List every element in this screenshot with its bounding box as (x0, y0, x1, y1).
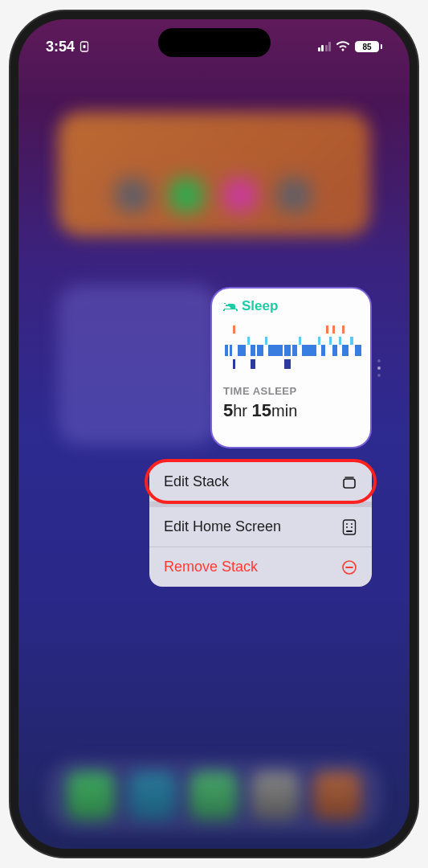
svg-rect-26 (342, 345, 349, 356)
menu-label: Edit Stack (164, 473, 229, 490)
bed-icon (223, 301, 238, 312)
background-widget-blur (58, 285, 218, 445)
svg-rect-19 (321, 345, 325, 356)
edit-home-screen-menu-item[interactable]: Edit Home Screen (149, 507, 372, 547)
svg-rect-7 (247, 337, 250, 345)
svg-rect-23 (332, 326, 335, 334)
svg-rect-16 (299, 337, 301, 345)
svg-rect-15 (292, 345, 297, 356)
edit-stack-menu-item[interactable]: Edit Stack (149, 462, 372, 507)
svg-rect-10 (257, 345, 263, 356)
svg-point-34 (351, 526, 353, 528)
background-widget-blur (58, 112, 370, 236)
menu-label: Edit Home Screen (164, 518, 281, 535)
svg-rect-21 (329, 337, 332, 345)
svg-rect-5 (233, 326, 235, 334)
svg-rect-17 (302, 345, 316, 356)
stack-page-indicator (377, 359, 381, 377)
apps-grid-icon (341, 519, 357, 535)
svg-rect-1 (84, 45, 86, 48)
time-asleep-label: TIME ASLEEP (223, 385, 359, 397)
stack-icon (341, 474, 357, 490)
wifi-icon (336, 41, 350, 52)
dynamic-island (158, 28, 271, 57)
svg-rect-4 (233, 359, 235, 369)
svg-point-33 (346, 526, 348, 528)
menu-label: Remove Stack (164, 559, 258, 575)
svg-rect-30 (344, 520, 356, 534)
svg-rect-6 (238, 345, 246, 356)
svg-rect-11 (265, 337, 267, 345)
svg-rect-29 (344, 479, 355, 488)
svg-rect-14 (284, 345, 291, 356)
svg-rect-35 (346, 530, 353, 532)
svg-rect-18 (318, 337, 320, 345)
svg-rect-9 (251, 359, 255, 369)
svg-rect-28 (355, 345, 361, 356)
svg-rect-25 (342, 326, 344, 334)
svg-point-31 (346, 523, 348, 525)
time-asleep-value: 5hr 15min (223, 400, 359, 421)
widget-title: Sleep (242, 298, 278, 314)
remove-stack-menu-item[interactable]: Remove Stack (149, 547, 372, 587)
svg-point-32 (351, 523, 353, 525)
cellular-signal-icon (318, 42, 332, 51)
battery-indicator: 85 (355, 41, 382, 52)
svg-rect-24 (339, 337, 341, 345)
svg-rect-2 (225, 345, 228, 356)
sleep-widget[interactable]: Sleep (210, 287, 372, 448)
sleep-chart (223, 321, 364, 374)
portrait-lock-icon (79, 41, 89, 52)
svg-rect-3 (230, 345, 232, 356)
widget-context-menu: Edit Stack Edit Home Screen Remove Stack (149, 462, 372, 587)
svg-rect-12 (268, 345, 283, 356)
svg-rect-27 (350, 337, 353, 345)
svg-rect-22 (332, 345, 337, 356)
svg-rect-13 (284, 359, 291, 369)
minus-circle-icon (341, 559, 357, 575)
svg-rect-20 (326, 326, 328, 334)
dock-blur (46, 759, 382, 833)
status-time: 3:54 (46, 39, 75, 55)
svg-rect-8 (251, 345, 255, 356)
